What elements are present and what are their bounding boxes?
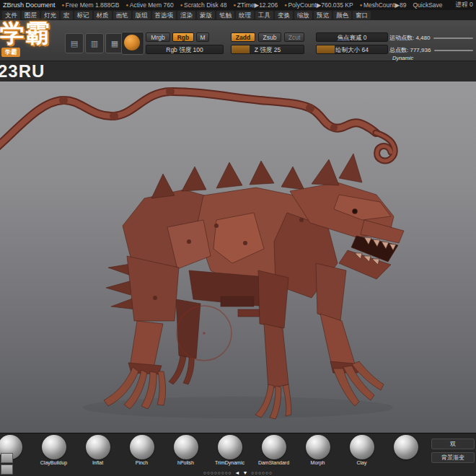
tray-pager[interactable]: ○○○○○○○○ ◄ ▼ ○○○○○○ — [203, 470, 273, 475]
brush-thumbnail-icon[interactable] — [350, 435, 374, 459]
brush-item[interactable]: ClayBuildup — [32, 435, 76, 465]
process-value: 0 — [470, 1, 473, 8]
brush-item[interactable]: Inflat — [76, 435, 120, 465]
brush-label: Morph — [311, 460, 325, 465]
brush-label: TrimDynamic — [215, 460, 244, 465]
title-bar: ZBrush Document Free Mem 1.888GBActive M… — [0, 0, 476, 10]
canvas-preview-thumbs — [1, 453, 13, 475]
canvas-preview-thumb[interactable] — [1, 453, 13, 463]
brush-thumbnail-icon[interactable] — [218, 435, 242, 459]
menu-item[interactable]: 标记 — [74, 11, 92, 19]
total-points-track — [434, 50, 473, 51]
status-stat: PolyCount▶760.035 KP — [284, 1, 353, 9]
process-label: 进程 — [456, 1, 468, 8]
rgb-intensity-slider[interactable]: Rgb 强度 100 — [146, 45, 224, 54]
total-points-readout: 总点数: 777,936 — [389, 45, 473, 55]
active-points-track — [433, 38, 473, 39]
brush-thumbnail-icon[interactable] — [262, 435, 286, 459]
status-stat: QuickSave — [413, 1, 442, 9]
process-readout: 进程 0 — [456, 1, 473, 9]
status-stat: Active Mem 760 — [125, 1, 173, 9]
active-points-readout: 运动点数: 4,480 — [389, 33, 473, 43]
menu-bar: 文件图层灯光宏标记材质画笔版组首选项渲染蒙版笔触纹理工具变换缩放预览颜色窗口 — [0, 10, 476, 20]
menu-item[interactable]: 图层 — [22, 11, 40, 19]
menu-item[interactable]: 宏 — [61, 11, 73, 19]
brush-label: Pinch — [136, 460, 149, 465]
document-band: 23RU — [0, 61, 476, 81]
sculpt-model[interactable] — [0, 81, 476, 433]
brush-item[interactable] — [384, 435, 428, 465]
focal-shift-text: 焦点衰减 0 — [337, 34, 366, 41]
dynamic-mode-label[interactable]: Dynamic — [392, 55, 413, 61]
background-gradient-button[interactable]: 背景渐变 — [431, 452, 475, 463]
menu-item[interactable]: 文件 — [2, 11, 20, 19]
document-title: 23RU — [0, 61, 476, 81]
brush-item[interactable]: hPolish — [164, 435, 208, 465]
brush-thumbnail-icon[interactable] — [174, 435, 198, 459]
titlebar-stats: Free Mem 1.888GBActive Mem 760Scratch Di… — [62, 1, 443, 9]
zsub-button[interactable]: Zsub — [258, 32, 281, 42]
load-document-icon[interactable]: ▥ — [85, 33, 104, 53]
current-brush-preview[interactable] — [121, 32, 144, 55]
brush-thumbnail-icon[interactable] — [130, 435, 154, 459]
status-stat: Scratch Disk 48 — [180, 1, 227, 9]
menu-item[interactable]: 渲染 — [177, 11, 195, 19]
brush-label: Clay — [356, 460, 366, 465]
menu-item[interactable]: 工具 — [255, 11, 273, 19]
sculpt-canvas[interactable] — [0, 81, 476, 433]
pager-dots-right[interactable]: ○○○○○○ — [251, 470, 273, 475]
focal-shift-slider[interactable]: 焦点衰减 0 — [316, 32, 388, 42]
menu-item[interactable]: 窗口 — [353, 11, 371, 19]
brush-thumbnail-icon[interactable] — [306, 435, 330, 459]
menu-item[interactable]: 画笔 — [113, 11, 131, 19]
pager-dots-left[interactable]: ○○○○○○○○ — [203, 470, 232, 475]
app-title: ZBrush Document — [3, 1, 56, 9]
menu-item[interactable]: 材质 — [94, 11, 112, 19]
brush-thumbnail-icon[interactable] — [394, 435, 418, 459]
menu-item[interactable]: 版组 — [133, 11, 151, 19]
total-points-text: 总点数: 777,936 — [389, 46, 431, 54]
rgb-button[interactable]: Rgb — [172, 32, 194, 42]
brush-slots: ClayBuildupInflatPinchhPolishTrimDynamic… — [0, 435, 428, 465]
status-stat: Free Mem 1.888GB — [62, 1, 120, 9]
menu-item[interactable]: 纹理 — [236, 11, 254, 19]
brush-thumbnail-icon[interactable] — [42, 435, 66, 459]
double-button[interactable]: 双 — [431, 438, 475, 449]
menu-item[interactable]: 蒙版 — [197, 11, 215, 19]
z-intensity-fill — [232, 45, 250, 53]
pager-arrows-icon[interactable]: ◄ ▼ — [235, 470, 249, 475]
menu-item[interactable]: 颜色 — [333, 11, 351, 19]
menu-item[interactable]: 缩放 — [294, 11, 312, 19]
z-intensity-text: Z 强度 25 — [255, 46, 281, 53]
z-intensity-slider[interactable]: Z 强度 25 — [231, 45, 304, 54]
tray-right-controls: 双 背景渐变 — [431, 438, 475, 463]
brush-item[interactable]: Morph — [296, 435, 340, 465]
brush-preview-icon — [124, 35, 140, 50]
mrgb-button[interactable]: Mrgb — [146, 32, 170, 42]
draw-size-slider[interactable]: 绘制大小 64 — [316, 45, 388, 54]
zcut-button[interactable]: Zcut — [284, 32, 304, 42]
brush-item[interactable]: Pinch — [120, 435, 164, 465]
brush-label: hPolish — [177, 460, 194, 465]
brush-tray: ClayBuildupInflatPinchhPolishTrimDynamic… — [0, 433, 476, 476]
brush-item[interactable]: TrimDynamic — [208, 435, 252, 465]
brush-thumbnail-icon[interactable] — [86, 435, 110, 459]
active-points-text: 运动点数: 4,480 — [389, 34, 430, 42]
save-document-icon[interactable]: ▤ — [65, 33, 84, 53]
brush-label: Inflat — [92, 460, 103, 465]
tail-cable — [0, 87, 395, 161]
zadd-button[interactable]: Zadd — [231, 32, 255, 42]
m-button[interactable]: M — [196, 32, 209, 42]
menu-item[interactable]: 首选项 — [152, 11, 177, 19]
top-shelf: ▤ ▥ ▦ Mrgb Rgb M Rgb 强度 100 Zadd Zsub Zc… — [0, 20, 476, 61]
brush-item[interactable]: DamStandard — [252, 435, 296, 465]
brush-item[interactable]: Clay — [340, 435, 384, 465]
menu-item[interactable]: 预览 — [314, 11, 332, 19]
menu-item[interactable]: 灯光 — [41, 11, 59, 19]
status-stat: MeshCount▶89 — [360, 1, 407, 9]
status-stat: ZTime▶12.206 — [234, 1, 278, 9]
canvas-preview-thumb[interactable] — [1, 464, 13, 475]
menu-item[interactable]: 变换 — [275, 11, 293, 19]
beast-body — [104, 154, 404, 419]
menu-item[interactable]: 笔触 — [216, 11, 234, 19]
